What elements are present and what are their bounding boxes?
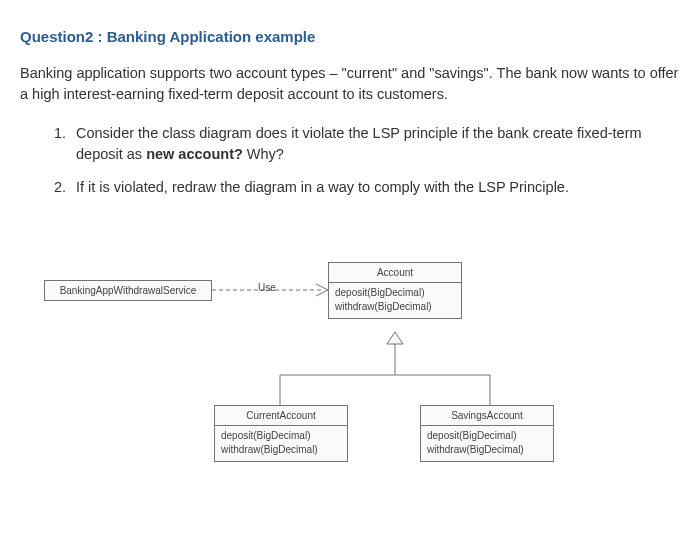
question-item-1: Consider the class diagram does it viola… (70, 123, 680, 165)
uml-diagram: BankingAppWithdrawalService Use Account … (0, 240, 700, 500)
q1-text-a: Consider the class diagram does it viola… (76, 125, 577, 141)
uml-methods: deposit(BigDecimal) withdraw(BigDecimal) (329, 283, 461, 318)
uml-class-savings: SavingsAccount deposit(BigDecimal) withd… (420, 405, 554, 462)
uml-methods: deposit(BigDecimal) withdraw(BigDecimal) (421, 426, 553, 461)
uml-method: withdraw(BigDecimal) (427, 443, 547, 457)
intro-paragraph: Banking application supports two account… (20, 63, 680, 105)
uml-method: withdraw(BigDecimal) (221, 443, 341, 457)
uml-method: deposit(BigDecimal) (221, 429, 341, 443)
q1-text-d: Why? (243, 146, 284, 162)
question-list: Consider the class diagram does it viola… (20, 123, 680, 198)
uml-class-name: SavingsAccount (421, 406, 553, 425)
svg-marker-1 (387, 332, 403, 344)
dependency-label: Use (258, 282, 276, 293)
uml-method: deposit(BigDecimal) (335, 286, 455, 300)
uml-method: deposit(BigDecimal) (427, 429, 547, 443)
q1-text-bold: new account? (146, 146, 243, 162)
uml-methods: deposit(BigDecimal) withdraw(BigDecimal) (215, 426, 347, 461)
uml-class-name: CurrentAccount (215, 406, 347, 425)
uml-method: withdraw(BigDecimal) (335, 300, 455, 314)
uml-class-name: BankingAppWithdrawalService (45, 281, 211, 300)
question-item-2: If it is violated, redraw the diagram in… (70, 177, 680, 198)
q1-text-c: as (123, 146, 146, 162)
uml-class-service: BankingAppWithdrawalService (44, 280, 212, 301)
uml-class-current: CurrentAccount deposit(BigDecimal) withd… (214, 405, 348, 462)
uml-class-account: Account deposit(BigDecimal) withdraw(Big… (328, 262, 462, 319)
question-title: Question2 : Banking Application example (20, 28, 680, 45)
uml-class-name: Account (329, 263, 461, 282)
